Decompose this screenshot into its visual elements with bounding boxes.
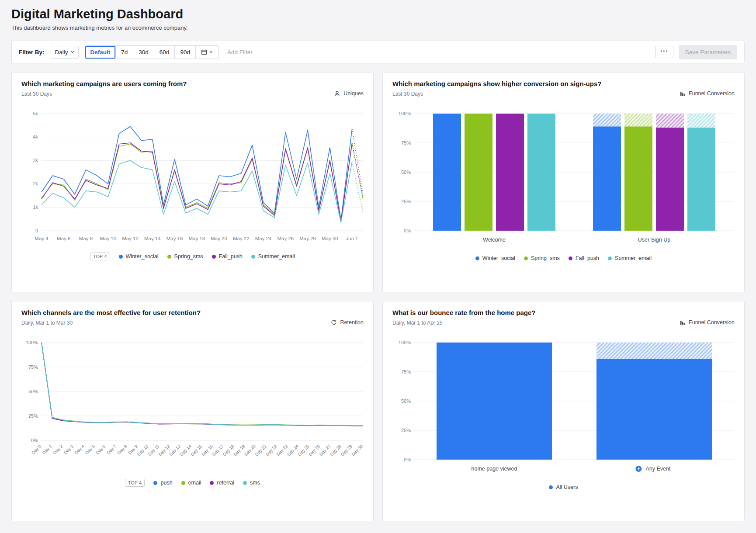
legend-dot bbox=[549, 485, 553, 489]
series-line bbox=[42, 126, 352, 220]
metric-label-text: Retention bbox=[340, 319, 364, 325]
x-tick-label: Day 13 bbox=[168, 443, 181, 457]
y-tick-label: 25% bbox=[401, 428, 411, 433]
top-n-badge: TOP 4 bbox=[125, 479, 145, 487]
x-tick-label: May 30 bbox=[322, 236, 338, 241]
bar bbox=[596, 359, 712, 460]
legend-item[interactable]: All Users bbox=[549, 484, 578, 490]
bar-chart-bounce-rate[interactable]: 0%25%50%75%100%home page viewedAny Event bbox=[383, 331, 744, 480]
y-tick-label: 4k bbox=[33, 134, 38, 139]
legend-item[interactable]: Winter_social bbox=[119, 253, 159, 260]
x-tick-label: May 28 bbox=[299, 236, 316, 241]
legend-item[interactable]: Summer_email bbox=[608, 255, 652, 261]
line-chart-campaign-uniques[interactable]: 01k2k3k4k5kMay 4May 6May 8May 10May 12Ma… bbox=[12, 102, 373, 248]
legend-dot bbox=[251, 255, 255, 259]
card-title[interactable]: Which channels are the most effective fo… bbox=[21, 309, 201, 316]
legend-item[interactable]: push bbox=[153, 480, 172, 486]
y-tick-label: 50% bbox=[28, 389, 38, 394]
chart-svg: 0%25%50%75%100%Day 0Day 1Day 2Day 3Day 4… bbox=[21, 338, 370, 473]
series-line bbox=[42, 343, 363, 426]
y-tick-label: 75% bbox=[401, 369, 411, 374]
legend-item[interactable]: referral bbox=[210, 480, 234, 486]
interval-select[interactable]: Daily bbox=[51, 46, 79, 59]
group-label: Welcome bbox=[483, 237, 506, 243]
more-options-button[interactable]: ··· bbox=[655, 46, 673, 58]
legend-item[interactable]: Winter_social bbox=[475, 255, 515, 261]
y-tick-label: 100% bbox=[26, 340, 38, 345]
y-tick-label: 50% bbox=[401, 398, 411, 404]
x-tick-label: May 4 bbox=[35, 236, 49, 241]
chevron-down-icon bbox=[71, 51, 74, 53]
bar bbox=[465, 114, 492, 231]
y-tick-label: 1k bbox=[33, 204, 38, 210]
preset-7d[interactable]: 7d bbox=[116, 46, 133, 59]
bar-chart-signup-conversion[interactable]: 0%25%50%75%100%WelcomeUser Sign Up bbox=[383, 102, 744, 251]
x-tick-label: Day 29 bbox=[340, 443, 353, 457]
x-tick-label: Day 3 bbox=[63, 443, 75, 455]
x-tick-label: May 20 bbox=[211, 236, 227, 241]
card-header: Which marketing campaigns show higher co… bbox=[383, 73, 744, 102]
y-tick-label: 25% bbox=[28, 413, 38, 419]
legend-item[interactable]: Summer_email bbox=[251, 253, 295, 260]
card-signup-conversion: Which marketing campaigns show higher co… bbox=[382, 72, 745, 292]
y-tick-label: 75% bbox=[401, 140, 411, 145]
top-n-badge: TOP 4 bbox=[90, 253, 110, 260]
card-title[interactable]: Which marketing campaigns show higher co… bbox=[392, 80, 601, 87]
uniques-icon bbox=[334, 90, 340, 97]
card-header: Which marketing campaigns are users comi… bbox=[12, 73, 373, 102]
y-tick-label: 50% bbox=[401, 170, 411, 175]
chart-svg: 0%25%50%75%100%home page viewedAny Event bbox=[392, 338, 741, 478]
x-tick-label: Day 19 bbox=[232, 443, 246, 457]
chart-legend: All Users bbox=[383, 484, 744, 490]
x-tick-label: Day 8 bbox=[116, 443, 128, 455]
y-tick-label: 0% bbox=[404, 228, 411, 233]
x-tick-label: Day 27 bbox=[319, 443, 332, 457]
custom-date-range-button[interactable] bbox=[196, 46, 218, 59]
metric-type-label: Funnel Conversion bbox=[680, 90, 735, 97]
x-tick-label: Day 30 bbox=[350, 443, 364, 457]
legend-item[interactable]: Fall_push bbox=[212, 253, 243, 260]
legend-item[interactable]: Fall_push bbox=[569, 255, 599, 261]
metric-label-text: Uniques bbox=[343, 90, 364, 97]
x-tick-label: Day 21 bbox=[254, 443, 267, 457]
legend-dot bbox=[167, 255, 171, 259]
x-tick-label: Day 2 bbox=[52, 443, 64, 455]
legend-item[interactable]: email bbox=[181, 480, 201, 486]
card-title[interactable]: What is our bounce rate from the home pa… bbox=[392, 309, 536, 316]
preset-60d[interactable]: 60d bbox=[154, 46, 175, 59]
save-parameters-button[interactable]: Save Parameters bbox=[679, 45, 737, 59]
x-tick-label: May 16 bbox=[166, 236, 183, 241]
chevron-down-icon bbox=[209, 51, 213, 53]
group-label: User Sign Up bbox=[638, 237, 670, 243]
x-tick-label: Day 7 bbox=[106, 443, 118, 455]
x-tick-label: Day 12 bbox=[158, 443, 171, 457]
bar-unconverted-cap bbox=[656, 114, 684, 128]
metric-type-label: Retention bbox=[331, 319, 364, 326]
card-date-range: Daily, Mar 1 to Apr 15 bbox=[392, 320, 536, 326]
x-tick-label: May 10 bbox=[100, 236, 116, 241]
legend-item[interactable]: Spring_sms bbox=[524, 255, 560, 261]
add-filter-button[interactable]: Add Filter bbox=[227, 49, 253, 55]
bar-unconverted-cap bbox=[687, 114, 715, 128]
x-tick-label: Day 26 bbox=[308, 443, 321, 457]
chart-svg: 01k2k3k4k5kMay 4May 6May 8May 10May 12Ma… bbox=[21, 109, 370, 246]
preset-90d[interactable]: 90d bbox=[175, 46, 196, 59]
line-chart-retention[interactable]: 0%25%50%75%100%Day 0Day 1Day 2Day 3Day 4… bbox=[12, 331, 373, 474]
metric-type-label: Funnel Conversion bbox=[680, 319, 735, 326]
bar-unconverted-cap bbox=[624, 114, 652, 126]
legend-item[interactable]: Spring_sms bbox=[167, 253, 203, 260]
card-title[interactable]: Which marketing campaigns are users comi… bbox=[21, 80, 187, 87]
legend-item[interactable]: sms bbox=[243, 480, 260, 486]
y-tick-label: 25% bbox=[401, 199, 411, 204]
y-tick-label: 0 bbox=[35, 228, 38, 233]
preset-30d[interactable]: 30d bbox=[133, 46, 154, 59]
metric-type-label: Uniques bbox=[334, 90, 364, 97]
series-line bbox=[42, 343, 363, 426]
x-tick-label: Day 14 bbox=[179, 443, 192, 457]
y-tick-label: 2k bbox=[33, 181, 38, 186]
bar bbox=[433, 114, 461, 231]
card-bounce-rate: What is our bounce rate from the home pa… bbox=[382, 301, 745, 521]
y-tick-label: 0% bbox=[31, 438, 38, 443]
preset-default[interactable]: Default bbox=[85, 46, 116, 59]
x-tick-label: Day 25 bbox=[297, 443, 310, 457]
